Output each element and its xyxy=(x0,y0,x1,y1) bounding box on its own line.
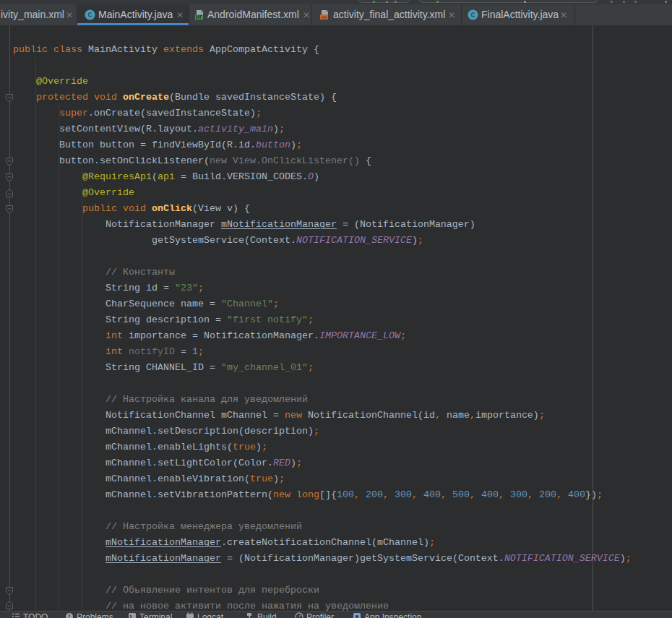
svg-text:MF: MF xyxy=(196,14,202,20)
svg-text:</>: </> xyxy=(321,15,327,20)
svg-text:C: C xyxy=(87,12,92,20)
svg-text:C: C xyxy=(470,12,475,20)
